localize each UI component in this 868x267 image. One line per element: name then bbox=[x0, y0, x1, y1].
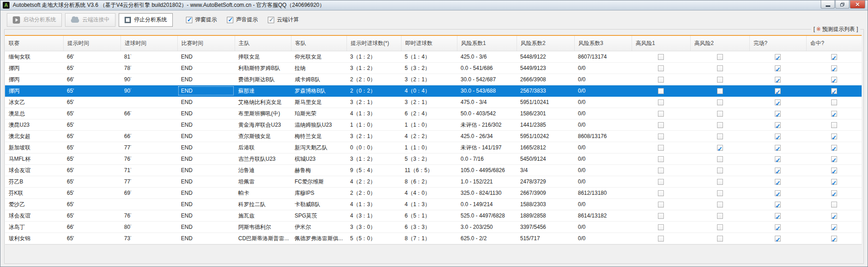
high_risk1-checkbox[interactable] bbox=[658, 202, 664, 208]
table-row[interactable]: 球会友谊65′71˙END治鲁迪赫鲁梅9（5：4）11（6：5）105.0 - … bbox=[5, 165, 862, 176]
hit-checkbox[interactable] bbox=[831, 168, 837, 173]
column-header-tip_time[interactable]: 提示时间 bbox=[63, 36, 120, 51]
column-header-hit[interactable]: 命中? bbox=[806, 36, 862, 51]
finished-checkbox[interactable] bbox=[775, 65, 781, 71]
high_risk1-checkbox[interactable] bbox=[658, 54, 664, 60]
column-header-home[interactable]: 主队 bbox=[235, 36, 291, 51]
column-header-goal_time[interactable]: 进球时间 bbox=[120, 36, 177, 51]
stop-analysis-button[interactable]: 停止分析系统 bbox=[119, 13, 173, 27]
high_risk1-checkbox[interactable] bbox=[658, 111, 664, 117]
table-row[interactable]: 冰岛丁66′80˙END阿斯韦德利尔伊米尔3（3：0）6（3：3）3.0 - 2… bbox=[5, 222, 862, 233]
column-header-risk3[interactable]: 风险系数3 bbox=[574, 36, 632, 51]
high_risk2-checkbox[interactable] bbox=[717, 213, 723, 219]
finished-checkbox[interactable] bbox=[775, 213, 781, 219]
column-header-match_time[interactable]: 比赛时间 bbox=[177, 36, 235, 51]
table-row[interactable]: 球会友谊65′76˙END施瓦兹SPG莫茨4（3：1）6（5：1）525.0 -… bbox=[5, 210, 862, 222]
high_risk2-checkbox[interactable] bbox=[717, 77, 723, 83]
column-header-risk1[interactable]: 风险系数1 bbox=[457, 36, 517, 51]
hit-checkbox[interactable] bbox=[831, 54, 837, 60]
column-header-away[interactable]: 客队 bbox=[291, 36, 346, 51]
high_risk2-checkbox[interactable] bbox=[717, 65, 723, 71]
high_risk2-checkbox[interactable] bbox=[717, 54, 723, 60]
finished-checkbox[interactable] bbox=[775, 145, 781, 151]
column-header-finished[interactable]: 完场? bbox=[749, 36, 806, 51]
column-header-high_risk2[interactable]: 高风险2 bbox=[690, 36, 749, 51]
high_risk2-checkbox[interactable] bbox=[717, 190, 723, 196]
column-header-live_score[interactable]: 即时进球数 bbox=[401, 36, 457, 51]
column-header-tip_score[interactable]: 提示时进球数(*) bbox=[346, 36, 401, 51]
cloud-compute-checkbox[interactable]: 云端计算 bbox=[268, 16, 299, 24]
hit-checkbox[interactable] bbox=[831, 224, 837, 230]
column-header-risk2[interactable]: 风险系数2 bbox=[517, 36, 574, 51]
hit-checkbox[interactable] bbox=[831, 213, 837, 219]
high_risk2-checkbox[interactable] bbox=[717, 236, 723, 242]
restore-button[interactable] bbox=[835, 0, 849, 9]
high_risk2-checkbox[interactable] bbox=[717, 122, 723, 128]
high_risk2-checkbox[interactable] bbox=[717, 168, 723, 173]
hit-checkbox[interactable] bbox=[831, 122, 837, 128]
finished-checkbox[interactable] bbox=[775, 54, 781, 60]
table-row[interactable]: 冰女乙65′END艾格纳比利克女足斯马里女足3（2：1）3（2：1）475.0 … bbox=[5, 97, 862, 108]
finished-checkbox[interactable] bbox=[775, 190, 781, 196]
high_risk1-checkbox[interactable] bbox=[658, 213, 664, 219]
hit-checkbox[interactable] bbox=[831, 65, 837, 71]
high_risk1-checkbox[interactable] bbox=[658, 134, 664, 139]
finished-checkbox[interactable] bbox=[775, 224, 781, 230]
table-row[interactable]: 马MFL杯65′76˙END吉兰丹联队U23槟城U233（1：2）5（3：2）0… bbox=[5, 153, 862, 165]
high_risk1-checkbox[interactable] bbox=[658, 224, 664, 230]
high_risk1-checkbox[interactable] bbox=[658, 168, 664, 173]
high_risk1-checkbox[interactable] bbox=[658, 65, 664, 71]
high_risk1-checkbox[interactable] bbox=[658, 156, 664, 162]
finished-checkbox[interactable] bbox=[775, 179, 781, 185]
table-row[interactable]: 澳昆U2365′END黄金海岸联合U23温纳姆狼队U231（1：0）1（1：0）… bbox=[5, 119, 862, 131]
table-row[interactable]: 挪丙65′78˙END利勒斯特罗姆B队拉纳3（1：2）5（3：2）0.0 - 5… bbox=[5, 63, 862, 74]
high_risk1-checkbox[interactable] bbox=[658, 236, 664, 242]
high_risk2-checkbox[interactable] bbox=[717, 88, 723, 94]
popup-alert-checkbox[interactable]: 弹窗提示 bbox=[186, 16, 217, 24]
finished-checkbox[interactable] bbox=[775, 236, 781, 242]
minimize-button[interactable] bbox=[821, 0, 835, 9]
column-header-high_risk1[interactable]: 高风险1 bbox=[632, 36, 690, 51]
finished-checkbox[interactable] bbox=[775, 77, 781, 83]
finished-checkbox[interactable] bbox=[775, 168, 781, 173]
high_risk2-checkbox[interactable] bbox=[717, 224, 723, 230]
close-button[interactable]: ✕ bbox=[850, 0, 865, 9]
finished-checkbox[interactable] bbox=[775, 156, 781, 162]
table-row[interactable]: 澳北女超65′66˙END查尔斯顿女足梅特兰女足3（2：1）4（2：2）425.… bbox=[5, 131, 862, 142]
hit-checkbox[interactable] bbox=[831, 111, 837, 117]
high_risk2-checkbox[interactable] bbox=[717, 111, 723, 117]
high_risk2-checkbox[interactable] bbox=[717, 99, 723, 105]
high_risk1-checkbox[interactable] bbox=[658, 122, 664, 128]
hit-checkbox[interactable] bbox=[831, 88, 837, 94]
hit-checkbox[interactable] bbox=[831, 179, 837, 185]
column-header-league[interactable]: 联赛 bbox=[5, 36, 63, 51]
high_risk1-checkbox[interactable] bbox=[658, 145, 664, 151]
high_risk2-checkbox[interactable] bbox=[717, 202, 723, 208]
table-row[interactable]: 挪丙65′90˙END蘇那達罗森博格B队2（0：2）4（0：4）30.0 - 5… bbox=[5, 85, 862, 97]
high_risk2-checkbox[interactable] bbox=[717, 156, 723, 162]
high_risk2-checkbox[interactable] bbox=[717, 145, 723, 151]
table-row[interactable]: 挪丙66′90˙END费德列斯达B队咸卡姆B队2（2：0）3（2：1）30.0 … bbox=[5, 74, 862, 85]
table-row[interactable]: 澳足总65′66˙END布里斯班狮吼(中)珀斯光荣4（1：3）6（2：4）50.… bbox=[5, 108, 862, 119]
finished-checkbox[interactable] bbox=[775, 99, 781, 105]
table-row[interactable]: 爱沙乙65′END科罗拉二队卡勒威B队4（1：3）4（1：3）0.0 - 149… bbox=[5, 199, 862, 210]
table-row[interactable]: 芬乙B65′77˙END坦佩雷FC爱尔维斯4（2：2）8（6：2）1.0 - 1… bbox=[5, 176, 862, 188]
hit-checkbox[interactable] bbox=[831, 134, 837, 139]
hit-checkbox[interactable] bbox=[831, 156, 837, 162]
start-analysis-button[interactable]: 启动分析系统 bbox=[7, 13, 62, 27]
hit-checkbox[interactable] bbox=[831, 202, 837, 208]
high_risk1-checkbox[interactable] bbox=[658, 190, 664, 196]
finished-checkbox[interactable] bbox=[775, 202, 781, 208]
hit-checkbox[interactable] bbox=[831, 99, 837, 105]
cloud-connecting-button[interactable]: 云端连接中 bbox=[65, 13, 115, 27]
table-row[interactable]: 芬K联65′69˙END帕卡库穆IPS2（2：0）4（4：0）325.0 - 8… bbox=[5, 188, 862, 199]
hit-checkbox[interactable] bbox=[831, 236, 837, 242]
high_risk1-checkbox[interactable] bbox=[658, 179, 664, 185]
finished-checkbox[interactable] bbox=[775, 88, 781, 94]
high_risk1-checkbox[interactable] bbox=[658, 99, 664, 105]
finished-checkbox[interactable] bbox=[775, 111, 781, 117]
table-row[interactable]: 新加坡联65′77˙END后港联新泻天鹅乙队0（0：0）1（1：0）未评估 - … bbox=[5, 142, 862, 153]
sound-alert-checkbox[interactable]: 声音提示 bbox=[227, 16, 258, 24]
hit-checkbox[interactable] bbox=[831, 190, 837, 196]
high_risk1-checkbox[interactable] bbox=[658, 77, 664, 83]
